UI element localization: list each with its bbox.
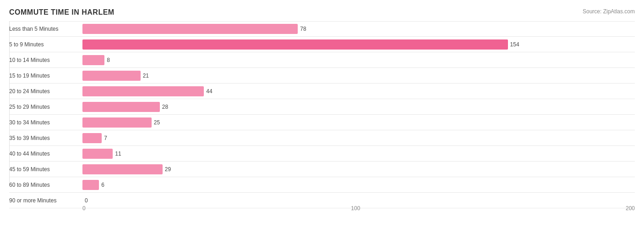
bar-row: 20 to 24 Minutes44 <box>9 84 635 99</box>
bar-track: 21 <box>82 71 635 81</box>
bar-label: 60 to 89 Minutes <box>9 182 82 188</box>
bar-fill <box>82 149 113 159</box>
chart-container: COMMUTE TIME IN HARLEM Source: ZipAtlas.… <box>0 0 644 240</box>
bar-value: 29 <box>165 166 171 173</box>
bar-label: 90 or more Minutes <box>9 197 82 204</box>
chart-header: COMMUTE TIME IN HARLEM Source: ZipAtlas.… <box>9 8 635 17</box>
bar-track: 44 <box>82 86 635 96</box>
bar-fill <box>82 24 298 34</box>
bar-value: 11 <box>115 151 121 157</box>
bar-value: 154 <box>510 41 519 48</box>
bar-row: 15 to 19 Minutes21 <box>9 68 635 84</box>
bar-fill <box>82 180 99 190</box>
bar-row: 30 to 34 Minutes25 <box>9 115 635 130</box>
bar-track: 78 <box>82 24 635 34</box>
bar-track: 25 <box>82 117 635 128</box>
chart-body: Less than 5 Minutes785 to 9 Minutes15410… <box>9 21 635 212</box>
bar-track: 11 <box>82 149 635 159</box>
bar-label: 40 to 44 Minutes <box>9 151 82 157</box>
chart-source: Source: ZipAtlas.com <box>583 8 635 15</box>
bar-fill <box>82 39 508 50</box>
bar-fill <box>82 133 102 143</box>
bar-fill <box>82 164 163 174</box>
bar-label: 15 to 19 Minutes <box>9 73 82 79</box>
bar-label: Less than 5 Minutes <box>9 26 82 32</box>
bar-row: 45 to 59 Minutes29 <box>9 162 635 177</box>
bar-value: 44 <box>206 88 212 95</box>
bar-fill <box>82 55 104 65</box>
bar-label: 20 to 24 Minutes <box>9 88 82 95</box>
bar-label: 5 to 9 Minutes <box>9 41 82 48</box>
axis-tick: 0 <box>82 205 86 212</box>
bar-label: 35 to 39 Minutes <box>9 135 82 141</box>
bar-track: 29 <box>82 164 635 174</box>
bar-label: 10 to 14 Minutes <box>9 57 82 63</box>
bar-row: 60 to 89 Minutes6 <box>9 177 635 193</box>
bar-row: 10 to 14 Minutes8 <box>9 52 635 68</box>
bar-fill <box>82 71 141 81</box>
bar-row: 35 to 39 Minutes7 <box>9 130 635 146</box>
axis-tick: 100 <box>351 205 360 212</box>
bar-fill <box>82 102 160 112</box>
bar-value: 25 <box>154 119 160 126</box>
bar-value: 8 <box>107 57 110 63</box>
chart-title: COMMUTE TIME IN HARLEM <box>9 8 115 17</box>
bar-label: 45 to 59 Minutes <box>9 166 82 173</box>
bar-value: 21 <box>143 73 149 79</box>
axis-tick: 200 <box>626 205 635 212</box>
bar-row: 25 to 29 Minutes28 <box>9 99 635 115</box>
bar-value: 28 <box>162 104 168 110</box>
bars-area: Less than 5 Minutes785 to 9 Minutes15410… <box>9 21 635 198</box>
bar-value: 6 <box>101 182 104 188</box>
bar-value: 7 <box>104 135 107 141</box>
bar-track: 8 <box>82 55 635 65</box>
bar-label: 25 to 29 Minutes <box>9 104 82 110</box>
grid-line <box>9 21 10 184</box>
bar-track: 28 <box>82 102 635 112</box>
bar-row: 40 to 44 Minutes11 <box>9 146 635 162</box>
axis-area: 0100200 <box>82 198 635 212</box>
bar-track: 6 <box>82 180 635 190</box>
bar-fill <box>82 117 152 128</box>
bar-label: 30 to 34 Minutes <box>9 119 82 126</box>
bar-track: 7 <box>82 133 635 143</box>
bar-track: 154 <box>82 39 635 50</box>
bar-row: Less than 5 Minutes78 <box>9 21 635 37</box>
bar-fill <box>82 86 204 96</box>
bar-value: 78 <box>300 26 306 32</box>
bar-row: 5 to 9 Minutes154 <box>9 37 635 52</box>
